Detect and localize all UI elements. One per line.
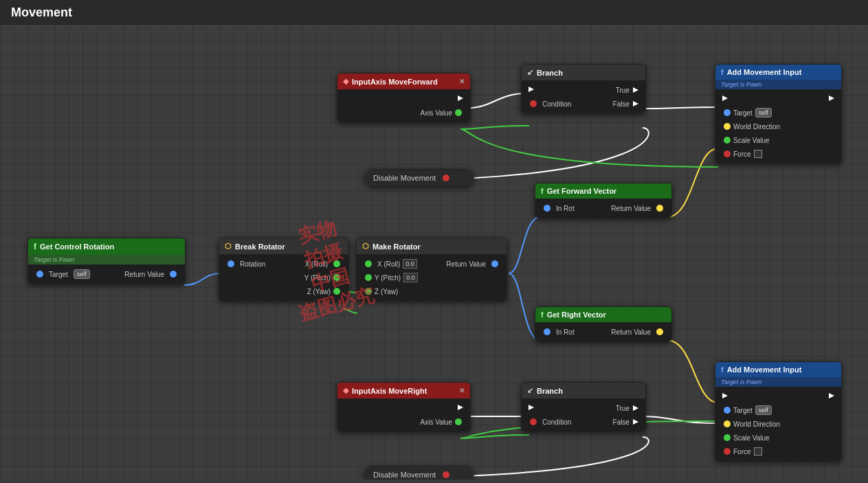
right-exec-out	[456, 403, 465, 413]
make-y-label: Y (Pitch)	[375, 274, 401, 282]
node-branch-2[interactable]: ↙ Branch True Condition False	[521, 382, 646, 432]
svg-marker-3	[633, 101, 638, 106]
add1-world-label: World Direction	[733, 123, 780, 131]
condition-label: Condition	[542, 100, 571, 108]
node-add-movement-input-1[interactable]: f Add Movement Input Target is Pawn Targ…	[715, 64, 842, 164]
add2-world-pin	[724, 420, 731, 427]
self-badge: self	[74, 269, 90, 279]
node-input-axis-move-right[interactable]: ◆ InputAxis MoveRight ✕ Axis Value	[337, 382, 471, 432]
add1-force-pin	[724, 150, 731, 157]
title-bar: Movement	[0, 0, 868, 26]
node-add-movement-input-2[interactable]: f Add Movement Input Target is Pawn Targ…	[715, 361, 842, 462]
node-header-branch2: ↙ Branch	[522, 383, 645, 398]
input-forward-close[interactable]: ✕	[459, 78, 465, 85]
add2-world-label: World Direction	[733, 420, 780, 428]
x-val: 0.0	[403, 259, 417, 269]
return-value-pin	[170, 271, 177, 278]
svg-marker-11	[829, 393, 834, 398]
add2-target-label: Target	[733, 407, 753, 414]
branch1-title: Branch	[537, 69, 563, 77]
branch2-exec-in	[527, 403, 535, 413]
add1-exec-in	[721, 94, 729, 104]
branch1-exec-in	[527, 85, 535, 95]
node-disable-movement-2[interactable]: Disable Movement	[364, 466, 474, 480]
target-label: Target	[49, 271, 68, 278]
node-break-rotator[interactable]: ⬡ Break Rotator Rotation X (Roll) Y (Pit…	[219, 238, 349, 302]
y-val: 0.0	[403, 273, 418, 282]
add1-exec-out	[827, 94, 836, 104]
svg-marker-7	[528, 405, 534, 410]
input-right-close[interactable]: ✕	[459, 387, 465, 394]
b2-condition-pin	[530, 418, 537, 425]
svg-marker-5	[829, 96, 834, 101]
add1-self-badge: self	[755, 108, 772, 117]
make-x-label: X (Roll)	[377, 260, 400, 268]
node-branch-1[interactable]: ↙ Branch True Condition False	[521, 64, 646, 114]
node-get-control-rotation[interactable]: f Get Control Rotation Target is Pawn Ta…	[27, 238, 186, 284]
axis-value-label: Axis Value	[420, 109, 452, 117]
add2-force-pin	[724, 448, 731, 455]
node-header-get-right: f Get Right Vector	[535, 307, 671, 322]
svg-marker-1	[528, 87, 534, 92]
svg-marker-6	[458, 405, 463, 410]
y-pitch-pin	[333, 274, 340, 281]
svg-marker-10	[722, 393, 728, 398]
b2-true-label: True	[616, 405, 630, 412]
make-z-pin	[365, 288, 372, 295]
fwd-return-label: Return Value	[611, 205, 651, 212]
node-header-get-forward: f Get Forward Vector	[535, 183, 671, 199]
node-get-right-vector[interactable]: f Get Right Vector In Rot Return Value	[535, 306, 672, 342]
disable2-pin	[443, 471, 449, 478]
make-z-label: Z (Yaw)	[375, 288, 398, 295]
break-rotator-title: Break Rotator	[235, 243, 285, 251]
axis-value-right-pin	[455, 418, 462, 425]
fwd-in-rot-pin	[544, 205, 550, 212]
svg-marker-9	[633, 419, 638, 425]
add1-scale-label: Scale Value	[733, 137, 770, 144]
canvas: f Get Control Rotation Target is Pawn Ta…	[0, 26, 868, 480]
target-pin	[36, 271, 43, 278]
node-header-get-control-rotation: f Get Control Rotation	[28, 238, 185, 255]
right-return-pin	[656, 328, 663, 335]
disable-movement-1-label: Disable Movement	[373, 174, 436, 182]
get-forward-title: Get Forward Vector	[547, 187, 616, 195]
add2-exec-out	[827, 392, 836, 401]
node-make-rotator[interactable]: ⬡ Make Rotator X (Roll) 0.0 Return Value…	[356, 238, 507, 302]
add-movement-2-title: Add Movement Input	[727, 366, 802, 374]
right-in-rot-label: In Rot	[556, 328, 575, 336]
add1-target-label: Target	[733, 109, 753, 117]
node-input-axis-move-forward[interactable]: ◆ InputAxis MoveForward ✕ Axis Value	[337, 73, 471, 123]
add1-force-checkbox[interactable]	[754, 150, 762, 158]
add1-world-pin	[724, 123, 731, 130]
get-control-rotation-title: Get Control Rotation	[40, 243, 114, 251]
b2-false-label: False	[613, 418, 630, 426]
make-y-pin	[365, 274, 372, 281]
y-pitch-label: Y (Pitch)	[304, 274, 331, 282]
input-forward-title: InputAxis MoveForward	[352, 78, 438, 86]
x-roll-label: X (Roll)	[305, 260, 328, 268]
node-disable-movement-1[interactable]: Disable Movement	[364, 169, 474, 187]
make-return-pin	[491, 260, 498, 267]
svg-marker-2	[633, 87, 638, 93]
false-label: False	[613, 100, 630, 108]
node-header-branch1: ↙ Branch	[522, 65, 645, 80]
add-movement-2-subheader: Target is Pawn	[715, 377, 841, 387]
return-label: Return Value	[446, 260, 486, 268]
node-get-forward-vector[interactable]: f Get Forward Vector In Rot Return Value	[535, 183, 672, 218]
right-in-rot-pin	[544, 328, 550, 335]
add1-target-pin	[724, 109, 731, 116]
input-right-title: InputAxis MoveRight	[352, 387, 427, 395]
svg-marker-4	[722, 96, 728, 101]
add2-force-checkbox[interactable]	[754, 447, 762, 456]
right-return-label: Return Value	[611, 328, 651, 336]
fwd-in-rot-label: In Rot	[556, 205, 575, 212]
add2-scale-label: Scale Value	[733, 434, 770, 442]
make-rotator-title: Make Rotator	[372, 243, 421, 251]
add2-self-badge: self	[755, 405, 772, 415]
fwd-exec-out	[456, 94, 465, 104]
add1-scale-pin	[724, 137, 731, 144]
true-label: True	[616, 87, 630, 94]
node-header-break-rotator: ⬡ Break Rotator	[219, 238, 348, 254]
add2-force-label: Force	[733, 448, 751, 456]
page-title: Movement	[11, 5, 72, 19]
